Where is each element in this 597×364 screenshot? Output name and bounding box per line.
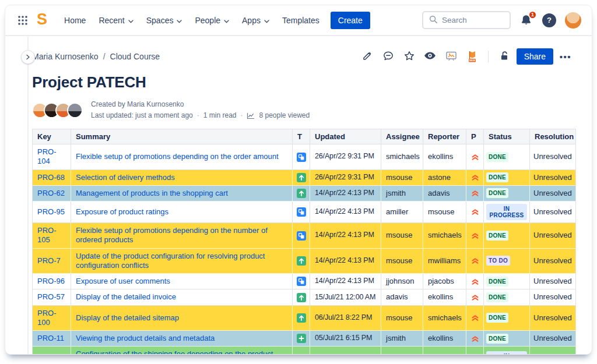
search-input[interactable] — [442, 16, 504, 24]
issue-summary-link[interactable]: Flexible setup of promotions depending o… — [76, 152, 279, 161]
comment-button[interactable] — [380, 48, 397, 65]
people-viewed-link[interactable]: 8 people viewed — [259, 110, 310, 121]
assignee-cell: amiller — [381, 202, 423, 223]
status-cell: TO DO — [484, 249, 530, 274]
issue-summary-link[interactable]: Viewing the product details and metadata — [76, 334, 215, 342]
table-row: PRO-100Display of the detailed sitemap06… — [33, 306, 575, 331]
page-content: Maria Kurnosenko/Cloud Course NEW Share … — [5, 49, 592, 355]
column-header-key[interactable]: Key — [33, 129, 71, 144]
issue-key-link[interactable]: PRO-105 — [37, 226, 57, 244]
issue-key-cell: PRO-11 — [33, 331, 71, 347]
chevron-down-icon — [177, 16, 182, 25]
sidebar-rail — [27, 37, 29, 354]
nav-item-recent[interactable]: Recent — [93, 12, 138, 29]
edit-button[interactable] — [359, 48, 376, 65]
issue-key-link[interactable]: PRO-95 — [37, 207, 65, 216]
slides-icon — [445, 50, 458, 64]
issue-key-link[interactable]: PRO-100 — [37, 309, 57, 327]
feature-type-icon — [297, 334, 306, 343]
issue-summary-link[interactable]: Update of the product configuration for … — [76, 252, 265, 270]
issue-summary-link[interactable]: Flexible setup of promotions depending o… — [76, 226, 268, 244]
create-button[interactable]: Create — [331, 12, 370, 29]
avatar-4[interactable] — [67, 103, 83, 118]
column-header-status[interactable]: Status — [484, 129, 530, 144]
issue-key-cell: PRO-68 — [33, 170, 71, 186]
issue-type-cell — [293, 306, 310, 331]
search-box[interactable] — [422, 11, 511, 29]
priority-high-icon — [471, 174, 479, 182]
column-header-assignee[interactable]: Assignee — [381, 129, 423, 144]
issue-key-cell: PRO-57 — [33, 289, 71, 305]
nav-item-label: Apps — [242, 16, 261, 25]
issue-key-link[interactable]: PRO-104 — [37, 147, 57, 165]
table-row: PRO-105Flexible setup of promotions depe… — [33, 223, 575, 249]
issue-type-cell — [293, 223, 310, 249]
app-switcher-icon[interactable] — [13, 11, 32, 30]
nav-item-templates[interactable]: Templates — [277, 12, 325, 29]
issue-summary-link[interactable]: Exposure of user comments — [76, 277, 170, 285]
improvement-type-icon — [297, 189, 306, 198]
notifications-button[interactable]: 1 — [519, 13, 533, 27]
share-button[interactable]: Share — [517, 48, 553, 65]
whats-new-button[interactable]: NEW — [463, 48, 481, 65]
resolution-cell: Unresolved — [530, 223, 575, 249]
issue-summary-link[interactable]: Display of the detailed invoice — [76, 292, 176, 301]
column-header-p[interactable]: P — [466, 129, 484, 144]
more-actions-button[interactable]: ••• — [557, 48, 574, 65]
column-header-reporter[interactable]: Reporter — [423, 129, 466, 144]
help-button[interactable]: ? — [542, 13, 556, 27]
priority-cell — [466, 347, 484, 355]
confluence-page-card: S HomeRecentSpacesPeopleAppsTemplates Cr… — [5, 5, 592, 355]
issue-key-link[interactable]: PRO-96 — [37, 277, 65, 285]
issue-key-link[interactable]: PRO-76 — [37, 354, 65, 355]
user-avatar[interactable] — [565, 12, 581, 29]
resolution-cell: Unresolved — [530, 186, 575, 202]
issue-key-cell: PRO-62 — [33, 186, 71, 202]
issue-type-cell — [293, 202, 310, 223]
nav-item-label: People — [195, 16, 220, 25]
watch-button[interactable] — [422, 48, 439, 65]
priority-cell — [466, 186, 484, 202]
issue-summary-link[interactable]: Exposure of product ratings — [76, 207, 168, 216]
unlock-button[interactable] — [496, 48, 513, 65]
last-updated-text: Last updated: just a moment ago — [91, 110, 193, 121]
issue-key-link[interactable]: PRO-57 — [37, 292, 65, 301]
issue-summary-cell: Configuration of the shipping fee depend… — [71, 347, 293, 355]
column-header-t[interactable]: T — [293, 129, 310, 144]
nav-item-spaces[interactable]: Spaces — [141, 12, 188, 29]
nav-item-home[interactable]: Home — [59, 12, 91, 29]
column-header-updated[interactable]: Updated — [310, 129, 381, 144]
issue-key-link[interactable]: PRO-68 — [37, 173, 65, 182]
star-icon — [403, 50, 415, 63]
expand-sidebar-button[interactable] — [21, 50, 35, 64]
slides-button[interactable] — [443, 48, 460, 65]
chevron-down-icon — [264, 16, 269, 25]
breadcrumb-toolbar-row: Maria Kurnosenko/Cloud Course NEW Share … — [32, 49, 574, 64]
breadcrumb-item[interactable]: Cloud Course — [110, 52, 160, 61]
issue-summary-cell: Display of the detailed sitemap — [71, 306, 293, 331]
nav-item-apps[interactable]: Apps — [237, 12, 275, 29]
resolution-cell: Unresolved — [530, 289, 575, 305]
issue-summary-link[interactable]: Display of the detailed sitemap — [76, 313, 179, 322]
nav-item-people[interactable]: People — [189, 12, 234, 29]
issue-key-cell: PRO-96 — [33, 274, 71, 289]
issue-summary-link[interactable]: Selection of delivery methods — [76, 173, 175, 182]
story-type-icon — [297, 153, 306, 162]
issue-summary-link[interactable]: Configuration of the shipping fee depend… — [76, 349, 273, 355]
status-cell: DONE — [484, 306, 530, 331]
column-header-resolution[interactable]: Resolution — [530, 129, 575, 144]
table-row: PRO-95Exposure of product ratings14/Apr/… — [33, 202, 575, 223]
issue-key-link[interactable]: PRO-62 — [37, 189, 65, 197]
breadcrumb-item[interactable]: Maria Kurnosenko — [32, 52, 99, 61]
issue-type-cell — [293, 186, 310, 202]
column-header-summary[interactable]: Summary — [71, 129, 293, 144]
issue-key-link[interactable]: PRO-7 — [37, 256, 61, 265]
issue-key-link[interactable]: PRO-11 — [37, 334, 64, 342]
star-button[interactable] — [401, 48, 418, 65]
story-type-icon — [297, 231, 306, 241]
navbar-left: S — [13, 11, 55, 30]
status-badge: TO DO — [486, 256, 510, 266]
priority-cell — [466, 289, 484, 305]
app-logo[interactable]: S — [34, 10, 53, 29]
issue-summary-link[interactable]: Management of products in the shopping c… — [76, 189, 228, 197]
